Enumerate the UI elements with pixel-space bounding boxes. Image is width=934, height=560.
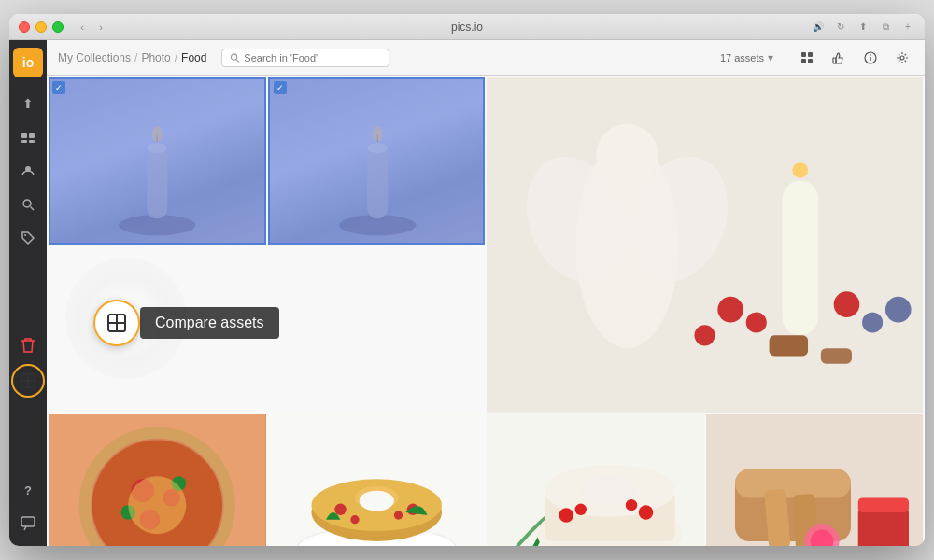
forward-arrow[interactable]: › [93, 20, 108, 35]
svg-line-6 [31, 207, 35, 211]
grid-cell-7[interactable] [706, 414, 924, 546]
compare-assets-icon[interactable] [11, 364, 45, 398]
copy-icon[interactable]: ⧉ [878, 20, 893, 35]
titlebar-controls: 🔊 ↻ ⬆ ⧉ + [811, 20, 915, 35]
share-icon[interactable]: ⬆ [856, 20, 870, 35]
compare-assets-label: Compare assets [140, 307, 279, 339]
svg-rect-2 [21, 140, 27, 143]
grid-area: ★ ★ ★ ★ ★ [47, 76, 925, 546]
grid-cell-3[interactable] [487, 77, 923, 413]
svg-rect-24 [147, 148, 167, 219]
svg-rect-14 [801, 52, 806, 57]
svg-point-42 [834, 291, 860, 317]
svg-rect-18 [833, 58, 836, 63]
upload-icon[interactable]: ⬆ [13, 89, 43, 119]
grid-cell-2[interactable] [268, 77, 486, 245]
svg-point-28 [338, 215, 416, 235]
asset-count: 17 assets ▾ [720, 51, 773, 64]
close-button[interactable] [19, 21, 30, 33]
svg-point-41 [746, 312, 767, 332]
svg-point-23 [119, 215, 196, 235]
grid-cell-1[interactable] [49, 77, 266, 245]
svg-point-44 [862, 312, 883, 332]
breadcrumb: My Collections / Photo / Food [58, 51, 206, 64]
breadcrumb-photo[interactable]: Photo [141, 51, 170, 64]
svg-point-35 [596, 124, 658, 186]
volume-icon[interactable]: 🔊 [811, 20, 826, 35]
thumbs-up-icon[interactable] [828, 47, 850, 69]
svg-rect-29 [367, 148, 388, 219]
content-area: My Collections / Photo / Food 17 assets … [47, 40, 925, 546]
app-body: io ⬆ [9, 40, 925, 546]
search-input[interactable] [244, 52, 381, 63]
compare-btn-icon [106, 313, 127, 333]
svg-point-7 [24, 234, 26, 236]
svg-point-68 [393, 511, 402, 520]
svg-point-25 [147, 143, 167, 153]
grid-cell-6[interactable] [487, 414, 704, 546]
titlebar: ‹ › pics.io 🔊 ↻ ⬆ ⧉ + [9, 14, 925, 40]
svg-point-22 [900, 56, 904, 60]
cell-checkbox-2 [274, 81, 287, 94]
svg-point-43 [694, 325, 715, 345]
search-bar[interactable] [221, 49, 389, 67]
app-window: ‹ › pics.io 🔊 ↻ ⬆ ⧉ + io ⬆ [9, 14, 925, 546]
breadcrumb-sep-1: / [134, 51, 137, 64]
chat-icon[interactable] [13, 509, 43, 539]
compare-assets-button[interactable] [93, 300, 140, 346]
collections-icon[interactable] [13, 122, 43, 152]
breadcrumb-sep-2: / [175, 51, 177, 64]
svg-rect-80 [735, 469, 851, 498]
titlebar-title: pics.io [451, 21, 483, 34]
toolbar: My Collections / Photo / Food 17 assets … [47, 40, 925, 76]
svg-point-27 [152, 126, 163, 142]
logo[interactable]: io [13, 48, 43, 77]
svg-rect-3 [29, 140, 35, 143]
svg-point-40 [717, 297, 743, 323]
sidebar: io ⬆ [9, 40, 47, 546]
grid-view-icon[interactable] [796, 47, 818, 69]
tag-icon[interactable] [13, 223, 43, 253]
svg-rect-11 [21, 517, 35, 526]
svg-point-74 [559, 508, 574, 523]
svg-rect-15 [808, 52, 813, 57]
svg-rect-84 [857, 498, 908, 513]
refresh-icon[interactable]: ↻ [833, 20, 848, 35]
svg-line-13 [237, 59, 240, 62]
svg-point-12 [232, 53, 237, 59]
svg-point-5 [23, 200, 31, 207]
svg-point-30 [367, 143, 388, 153]
settings-icon[interactable] [891, 47, 913, 69]
svg-point-65 [334, 504, 346, 515]
svg-point-76 [639, 505, 654, 520]
search-sidebar-icon[interactable] [13, 189, 43, 219]
grid-cell-4[interactable] [49, 414, 266, 546]
compare-assets-tooltip: Compare assets [93, 300, 279, 346]
svg-point-39 [792, 162, 808, 178]
breadcrumb-collections[interactable]: My Collections [58, 51, 131, 64]
toolbar-right [796, 47, 913, 69]
fullscreen-button[interactable] [52, 21, 64, 33]
filter-icon[interactable]: ▾ [768, 51, 773, 64]
delete-icon[interactable] [13, 330, 43, 360]
expand-icon[interactable]: + [900, 20, 915, 35]
info-icon[interactable] [859, 47, 882, 69]
svg-point-56 [128, 476, 186, 534]
svg-rect-1 [29, 133, 35, 138]
minimize-button[interactable] [35, 21, 47, 33]
search-bar-icon [230, 52, 240, 63]
help-icon[interactable]: ? [13, 475, 43, 505]
svg-rect-16 [801, 59, 806, 63]
grid-cell-5[interactable] [268, 414, 486, 546]
users-icon[interactable] [13, 156, 43, 186]
svg-point-75 [575, 504, 587, 515]
svg-point-21 [870, 54, 871, 56]
svg-point-45 [885, 297, 912, 323]
back-arrow[interactable]: ‹ [75, 20, 90, 35]
svg-rect-47 [821, 348, 852, 364]
traffic-lights [19, 21, 64, 33]
svg-point-67 [350, 515, 359, 524]
svg-point-77 [626, 499, 637, 511]
cell-checkbox-1 [52, 81, 65, 94]
svg-rect-38 [782, 181, 818, 336]
